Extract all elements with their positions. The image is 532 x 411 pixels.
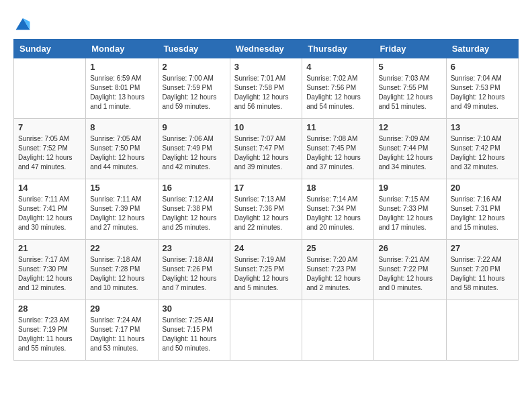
day-info: Sunrise: 7:18 AM Sunset: 7:26 PM Dayligh…	[163, 255, 226, 293]
calendar-day-cell: 21Sunrise: 7:17 AM Sunset: 7:30 PM Dayli…	[14, 240, 86, 300]
day-info: Sunrise: 7:04 AM Sunset: 7:53 PM Dayligh…	[451, 74, 514, 111]
day-info: Sunrise: 7:06 AM Sunset: 7:49 PM Dayligh…	[163, 134, 226, 172]
day-number: 2	[163, 62, 226, 72]
day-number: 13	[451, 122, 514, 132]
calendar-day-cell: 2Sunrise: 7:00 AM Sunset: 7:59 PM Daylig…	[158, 58, 230, 119]
day-info: Sunrise: 7:05 AM Sunset: 7:50 PM Dayligh…	[90, 134, 153, 172]
day-number: 7	[18, 122, 81, 132]
day-number: 22	[90, 243, 153, 253]
calendar-day-cell: 1Sunrise: 6:59 AM Sunset: 8:01 PM Daylig…	[86, 58, 158, 119]
day-info: Sunrise: 7:11 AM Sunset: 7:39 PM Dayligh…	[90, 195, 153, 232]
calendar-day-cell: 26Sunrise: 7:21 AM Sunset: 7:22 PM Dayli…	[374, 240, 446, 300]
day-number: 19	[378, 183, 441, 193]
day-info: Sunrise: 7:10 AM Sunset: 7:42 PM Dayligh…	[451, 134, 514, 172]
logo-icon	[13, 13, 32, 32]
day-info: Sunrise: 7:11 AM Sunset: 7:41 PM Dayligh…	[18, 195, 81, 232]
day-number: 24	[234, 243, 298, 253]
day-number: 4	[306, 62, 369, 72]
calendar-day-cell: 9Sunrise: 7:06 AM Sunset: 7:49 PM Daylig…	[158, 119, 230, 179]
day-number: 25	[306, 243, 369, 253]
calendar-day-header: Tuesday	[158, 40, 230, 58]
day-info: Sunrise: 7:16 AM Sunset: 7:31 PM Dayligh…	[451, 195, 514, 232]
day-number: 20	[451, 183, 514, 193]
day-info: Sunrise: 7:23 AM Sunset: 7:19 PM Dayligh…	[18, 316, 81, 353]
day-number: 28	[18, 304, 81, 314]
day-info: Sunrise: 7:09 AM Sunset: 7:44 PM Dayligh…	[378, 134, 441, 172]
day-info: Sunrise: 7:25 AM Sunset: 7:15 PM Dayligh…	[163, 316, 226, 353]
calendar-day-cell: 10Sunrise: 7:07 AM Sunset: 7:47 PM Dayli…	[230, 119, 302, 179]
calendar-day-cell: 11Sunrise: 7:08 AM Sunset: 7:45 PM Dayli…	[302, 119, 374, 179]
calendar-week-row: 7Sunrise: 7:05 AM Sunset: 7:52 PM Daylig…	[14, 119, 519, 179]
calendar-day-header: Saturday	[446, 40, 518, 58]
day-info: Sunrise: 7:17 AM Sunset: 7:30 PM Dayligh…	[18, 255, 81, 293]
day-number: 15	[90, 183, 153, 193]
calendar-day-cell: 29Sunrise: 7:24 AM Sunset: 7:17 PM Dayli…	[86, 300, 158, 361]
day-number: 1	[90, 62, 153, 72]
day-info: Sunrise: 7:12 AM Sunset: 7:38 PM Dayligh…	[163, 195, 226, 232]
calendar-day-cell: 18Sunrise: 7:14 AM Sunset: 7:34 PM Dayli…	[302, 179, 374, 240]
day-number: 18	[306, 183, 369, 193]
calendar-day-cell: 8Sunrise: 7:05 AM Sunset: 7:50 PM Daylig…	[86, 119, 158, 179]
day-number: 30	[163, 304, 226, 314]
logo	[13, 13, 36, 32]
day-number: 8	[90, 122, 153, 132]
day-number: 9	[163, 122, 226, 132]
day-info: Sunrise: 7:00 AM Sunset: 7:59 PM Dayligh…	[163, 74, 226, 111]
day-info: Sunrise: 7:08 AM Sunset: 7:45 PM Dayligh…	[306, 134, 369, 172]
calendar-day-header: Monday	[86, 40, 158, 58]
calendar-day-cell: 6Sunrise: 7:04 AM Sunset: 7:53 PM Daylig…	[446, 58, 518, 119]
day-number: 29	[90, 304, 153, 314]
day-info: Sunrise: 7:21 AM Sunset: 7:22 PM Dayligh…	[378, 255, 441, 293]
calendar-day-cell: 22Sunrise: 7:18 AM Sunset: 7:28 PM Dayli…	[86, 240, 158, 300]
calendar-day-cell: 7Sunrise: 7:05 AM Sunset: 7:52 PM Daylig…	[14, 119, 86, 179]
day-info: Sunrise: 7:07 AM Sunset: 7:47 PM Dayligh…	[234, 134, 298, 172]
day-info: Sunrise: 7:20 AM Sunset: 7:23 PM Dayligh…	[306, 255, 369, 293]
calendar-day-cell: 14Sunrise: 7:11 AM Sunset: 7:41 PM Dayli…	[14, 179, 86, 240]
day-info: Sunrise: 7:02 AM Sunset: 7:56 PM Dayligh…	[306, 74, 369, 111]
calendar-week-row: 1Sunrise: 6:59 AM Sunset: 8:01 PM Daylig…	[14, 58, 519, 119]
calendar-day-cell: 28Sunrise: 7:23 AM Sunset: 7:19 PM Dayli…	[14, 300, 86, 361]
day-info: Sunrise: 7:13 AM Sunset: 7:36 PM Dayligh…	[234, 195, 298, 232]
day-number: 10	[234, 122, 298, 132]
day-number: 26	[378, 243, 441, 253]
calendar-day-cell: 4Sunrise: 7:02 AM Sunset: 7:56 PM Daylig…	[302, 58, 374, 119]
calendar-day-cell	[14, 58, 86, 119]
day-number: 23	[163, 243, 226, 253]
page-header	[13, 13, 519, 32]
calendar-day-cell: 12Sunrise: 7:09 AM Sunset: 7:44 PM Dayli…	[374, 119, 446, 179]
day-number: 5	[378, 62, 441, 72]
calendar-day-cell: 23Sunrise: 7:18 AM Sunset: 7:26 PM Dayli…	[158, 240, 230, 300]
day-info: Sunrise: 7:03 AM Sunset: 7:55 PM Dayligh…	[378, 74, 441, 111]
calendar-day-header: Wednesday	[230, 40, 302, 58]
day-info: Sunrise: 7:14 AM Sunset: 7:34 PM Dayligh…	[306, 195, 369, 232]
day-info: Sunrise: 7:22 AM Sunset: 7:20 PM Dayligh…	[451, 255, 514, 293]
calendar-day-cell: 15Sunrise: 7:11 AM Sunset: 7:39 PM Dayli…	[86, 179, 158, 240]
day-info: Sunrise: 7:18 AM Sunset: 7:28 PM Dayligh…	[90, 255, 153, 293]
day-number: 17	[234, 183, 298, 193]
calendar-header-row: SundayMondayTuesdayWednesdayThursdayFrid…	[14, 40, 519, 58]
calendar-day-cell: 27Sunrise: 7:22 AM Sunset: 7:20 PM Dayli…	[446, 240, 518, 300]
calendar-day-cell: 20Sunrise: 7:16 AM Sunset: 7:31 PM Dayli…	[446, 179, 518, 240]
day-info: Sunrise: 6:59 AM Sunset: 8:01 PM Dayligh…	[90, 74, 153, 111]
day-number: 16	[163, 183, 226, 193]
calendar-day-header: Friday	[374, 40, 446, 58]
calendar-day-header: Sunday	[14, 40, 86, 58]
calendar-week-row: 21Sunrise: 7:17 AM Sunset: 7:30 PM Dayli…	[14, 240, 519, 300]
calendar-day-cell: 5Sunrise: 7:03 AM Sunset: 7:55 PM Daylig…	[374, 58, 446, 119]
calendar-day-cell: 3Sunrise: 7:01 AM Sunset: 7:58 PM Daylig…	[230, 58, 302, 119]
day-number: 3	[234, 62, 298, 72]
day-number: 14	[18, 183, 81, 193]
day-info: Sunrise: 7:01 AM Sunset: 7:58 PM Dayligh…	[234, 74, 298, 111]
calendar-day-cell: 16Sunrise: 7:12 AM Sunset: 7:38 PM Dayli…	[158, 179, 230, 240]
calendar-day-cell: 25Sunrise: 7:20 AM Sunset: 7:23 PM Dayli…	[302, 240, 374, 300]
calendar-day-cell: 24Sunrise: 7:19 AM Sunset: 7:25 PM Dayli…	[230, 240, 302, 300]
calendar-day-cell: 17Sunrise: 7:13 AM Sunset: 7:36 PM Dayli…	[230, 179, 302, 240]
calendar-day-cell: 13Sunrise: 7:10 AM Sunset: 7:42 PM Dayli…	[446, 119, 518, 179]
calendar-day-cell	[302, 300, 374, 361]
calendar-day-cell	[374, 300, 446, 361]
day-number: 12	[378, 122, 441, 132]
day-info: Sunrise: 7:19 AM Sunset: 7:25 PM Dayligh…	[234, 255, 298, 293]
calendar-week-row: 28Sunrise: 7:23 AM Sunset: 7:19 PM Dayli…	[14, 300, 519, 361]
day-info: Sunrise: 7:15 AM Sunset: 7:33 PM Dayligh…	[378, 195, 441, 232]
day-number: 6	[451, 62, 514, 72]
